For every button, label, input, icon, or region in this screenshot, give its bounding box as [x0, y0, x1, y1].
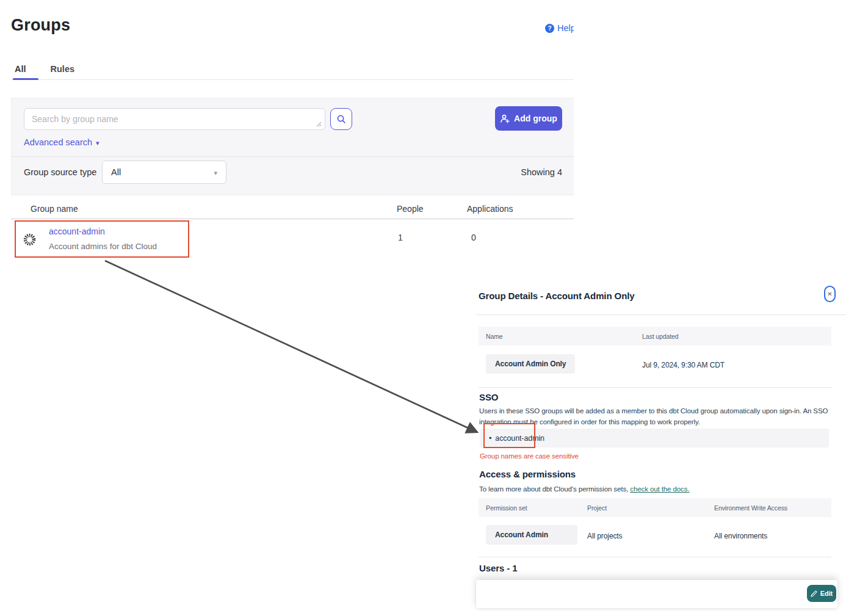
- help-link[interactable]: ? Help: [545, 23, 574, 33]
- add-group-button[interactable]: Add group: [495, 106, 562, 131]
- filter-panel-divider: [12, 156, 574, 157]
- advanced-search-toggle[interactable]: Advanced search: [24, 137, 99, 147]
- access-intro: To learn more about dbt Cloud's permissi…: [479, 484, 832, 495]
- question-circle-icon: ?: [545, 24, 554, 33]
- pencil-icon: [811, 590, 817, 597]
- close-button[interactable]: ✕: [824, 286, 836, 302]
- search-button[interactable]: [330, 108, 352, 130]
- info-table-header-row: Name Last updated: [479, 327, 831, 346]
- search-icon: [336, 114, 346, 124]
- header-project: Project: [587, 504, 607, 512]
- annotation-highlight-group-row: [15, 220, 189, 258]
- tabs-divider: [11, 79, 574, 80]
- access-permissions-heading: Access & permissions: [479, 469, 576, 479]
- header-environment-write-access: Environment Write Access: [714, 504, 787, 512]
- permissions-table-bottom-divider: [479, 557, 831, 557]
- permissions-table-header-row: Permission set Project Environment Write…: [479, 498, 831, 517]
- users-heading: Users - 1: [479, 563, 517, 573]
- add-group-label: Add group: [514, 114, 557, 123]
- chevron-down-icon: [214, 167, 217, 177]
- resize-handle-icon[interactable]: [316, 121, 322, 127]
- table-header-divider: [11, 219, 574, 219]
- case-sensitive-note: Group names are case sensitive: [480, 452, 579, 460]
- showing-count: Showing 4: [521, 167, 562, 177]
- tab-all[interactable]: All: [15, 64, 26, 74]
- details-header-divider: [476, 314, 846, 315]
- applications-count: 0: [471, 233, 476, 242]
- active-tab-indicator: [13, 78, 38, 80]
- group-source-type-select[interactable]: All: [102, 161, 226, 184]
- info-table-bottom-divider: [479, 387, 831, 388]
- tab-rules[interactable]: Rules: [51, 64, 75, 74]
- column-header-group-name: Group name: [31, 204, 78, 214]
- environment-value: All environments: [714, 532, 767, 540]
- annotation-highlight-sso-group: [483, 423, 535, 448]
- group-source-type-value: All: [111, 167, 214, 177]
- add-user-icon: [500, 114, 510, 123]
- sso-heading: SSO: [479, 392, 498, 402]
- details-title: Group Details - Account Admin Only: [479, 291, 635, 301]
- edit-label: Edit: [820, 590, 833, 597]
- group-name-chip: Account Admin Only: [486, 354, 575, 374]
- caret-down-icon: [96, 137, 99, 147]
- help-label: Help: [557, 23, 574, 33]
- edit-button[interactable]: Edit: [807, 585, 836, 602]
- last-updated-value: Jul 9, 2024, 9:30 AM CDT: [642, 361, 725, 369]
- permission-set-chip: Account Admin: [486, 525, 577, 545]
- header-permission-set: Permission set: [486, 504, 527, 512]
- group-source-type-label: Group source type: [24, 167, 96, 177]
- tab-bar: All Rules: [15, 64, 74, 74]
- page-title: Groups: [11, 16, 70, 35]
- close-icon: ✕: [827, 291, 832, 297]
- docs-link[interactable]: check out the docs.: [630, 485, 689, 493]
- info-header-name: Name: [486, 333, 503, 340]
- filter-panel: Search by group name Advanced search: [11, 98, 574, 195]
- project-value: All projects: [587, 532, 623, 540]
- info-header-last-updated: Last updated: [642, 333, 679, 340]
- search-input[interactable]: Search by group name: [24, 108, 325, 130]
- access-intro-text: To learn more about dbt Cloud's permissi…: [479, 485, 628, 493]
- column-header-people: People: [397, 204, 424, 214]
- advanced-search-label: Advanced search: [24, 137, 92, 147]
- people-count: 1: [398, 233, 403, 242]
- search-placeholder: Search by group name: [32, 114, 317, 124]
- column-header-applications: Applications: [467, 204, 513, 214]
- group-details-panel: Group Details - Account Admin Only ✕ Nam…: [476, 281, 846, 616]
- details-footer-bar: [476, 580, 837, 608]
